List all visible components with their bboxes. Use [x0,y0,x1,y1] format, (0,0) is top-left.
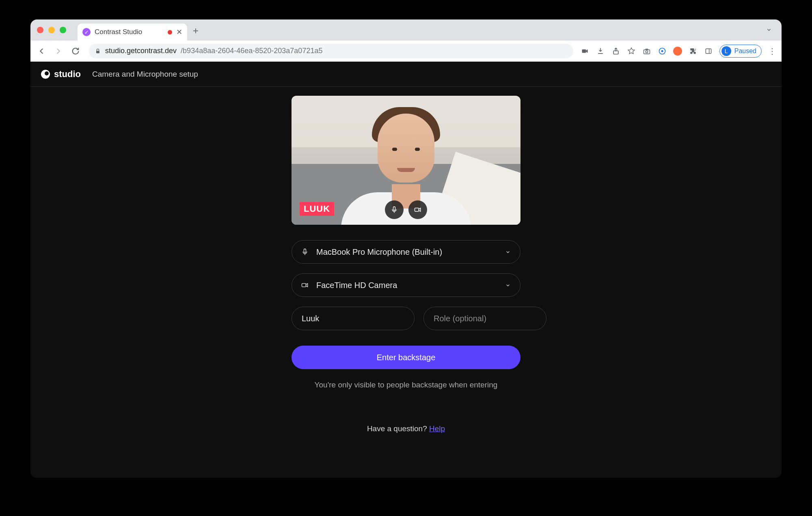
profile-avatar: L [721,46,731,56]
toolbar-actions: L Paused ⋮ [581,45,777,58]
enter-backstage-button[interactable]: Enter backstage [292,346,520,369]
svg-point-4 [646,51,648,53]
chevron-down-icon [505,282,511,288]
toggle-mic-button[interactable] [385,200,404,219]
tab-favicon: ✓ [82,28,91,36]
extension-password-icon[interactable] [658,47,667,56]
svg-rect-13 [302,284,306,287]
camera-icon [301,281,309,289]
close-window-button[interactable] [37,27,43,33]
name-tag: LUUK [300,202,334,216]
recording-indicator-icon [168,30,172,34]
svg-rect-1 [582,49,586,52]
url-path: /b934a8aa-2604-46ea-8520-203a7a0721a5 [181,47,322,55]
profile-badge[interactable]: L Paused [719,45,762,58]
reload-button[interactable] [69,45,82,57]
studio-logo-text: studio [54,69,81,80]
close-tab-button[interactable]: ✕ [176,28,182,37]
microphone-icon [301,248,309,256]
help-prefix: Have a question? [367,424,429,433]
studio-logo: studio [41,69,81,80]
minimize-window-button[interactable] [48,27,55,33]
studio-mark-icon [41,70,50,79]
browser-menu-button[interactable]: ⋮ [768,46,777,56]
lock-icon [95,48,101,54]
svg-rect-12 [304,249,306,253]
svg-rect-0 [96,51,99,53]
forward-button[interactable] [52,45,65,57]
camera-dropdown[interactable]: FaceTime HD Camera [292,273,520,297]
role-input[interactable] [423,307,546,330]
extension-orange-icon[interactable] [673,47,682,56]
name-role-row [292,307,520,330]
window-controls [37,27,66,33]
app-content: studio Camera and Microphone setup LUUK [30,62,782,478]
sidepanel-icon[interactable] [704,47,713,56]
extensions-puzzle-icon[interactable] [689,47,698,56]
video-preview: LUUK [292,96,520,225]
page-title: Camera and Microphone setup [92,70,198,79]
tab-bar: ✓ Contrast Studio ✕ + [30,19,782,41]
preview-controls [385,200,427,219]
svg-rect-5 [645,49,648,50]
microphone-dropdown[interactable]: MacBook Pro Microphone (Built-in) [292,240,520,264]
browser-toolbar: studio.getcontrast.dev/b934a8aa-2604-46e… [30,41,782,62]
browser-window: ✓ Contrast Studio ✕ + studio.getcontrast… [30,19,782,478]
browser-tab[interactable]: ✓ Contrast Studio ✕ [78,24,187,41]
url-host: studio.getcontrast.dev [105,47,177,55]
extension-camera-icon[interactable] [642,47,651,56]
controls-column: MacBook Pro Microphone (Built-in) FaceTi… [292,240,520,433]
fullscreen-window-button[interactable] [60,27,66,33]
camera-indicator-icon[interactable] [581,47,590,56]
back-button[interactable] [35,45,48,57]
bookmark-star-icon[interactable] [627,47,636,56]
microphone-value: MacBook Pro Microphone (Built-in) [316,247,442,257]
camera-value: FaceTime HD Camera [316,281,397,290]
profile-status: Paused [734,47,756,55]
download-icon[interactable] [596,47,605,56]
svg-rect-11 [415,208,419,211]
address-bar[interactable]: studio.getcontrast.dev/b934a8aa-2604-46e… [89,44,573,58]
chevron-down-icon [505,249,511,255]
name-input[interactable] [292,307,415,330]
tab-title: Contrast Studio [95,28,142,36]
tabs-dropdown-button[interactable] [765,26,773,33]
svg-rect-8 [706,49,711,54]
share-icon[interactable] [611,47,620,56]
help-row: Have a question? Help [292,424,520,433]
new-tab-button[interactable]: + [193,25,199,37]
svg-point-7 [661,50,663,52]
svg-rect-3 [644,49,650,54]
help-link[interactable]: Help [429,424,445,433]
svg-rect-10 [393,207,395,211]
app-header: studio Camera and Microphone setup [30,62,782,87]
setup-stage: LUUK MacBook Pro Microphone (Built-in) [30,87,782,433]
toggle-camera-button[interactable] [408,200,427,219]
visibility-hint: You're only visible to people backstage … [292,381,520,389]
